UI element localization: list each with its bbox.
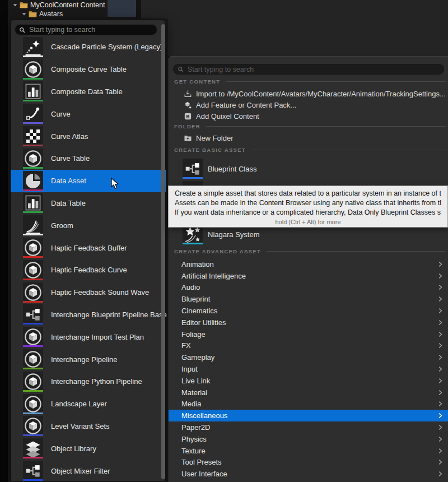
asset-type-label: Curve [51,110,71,118]
asset-type-submenu: Cascade Particle System (Legacy) Composi… [10,20,165,482]
add-asset-menu: GET CONTENT Import to /MyCoolContent/Ava… [168,56,448,482]
section-rule [267,251,446,252]
menu-item-new-folder[interactable]: New Folder [169,132,448,143]
asset-color-bar [183,243,203,244]
sphere-icon [23,149,43,169]
submenu-scrollbar[interactable] [161,24,165,479]
menu-item-blueprint-class[interactable]: Blueprint Class [169,157,448,180]
asset-type-item-interchange-python-pipeline[interactable]: Interchange Python Pipeline [11,370,166,393]
chevron-right-icon [437,424,444,430]
tree-item-avatars[interactable]: Avatars [8,10,165,18]
submenu-search-input[interactable] [26,26,153,34]
advanced-category-user-interface[interactable]: User Interface [169,468,448,480]
chevron-right-icon [437,448,444,454]
asset-type-item-groom[interactable]: Groom [11,214,166,237]
category-label: Media [181,400,437,408]
asset-color-bar [23,211,43,213]
asset-type-item-data-table[interactable]: Data Table [11,192,166,215]
section-rule [206,126,446,127]
tooltip-line: Create a simple asset that stores data r… [175,189,441,198]
chevron-right-icon [437,354,444,360]
advanced-category-gameplay[interactable]: Gameplay [169,351,448,363]
asset-icon-tile [23,349,43,369]
asset-type-item-interchange-blueprint-pipeline-base[interactable]: Interchange Blueprint Pipeline Base [11,304,166,326]
asset-color-bar [23,100,43,101]
advanced-category-miscellaneous[interactable]: Miscellaneous [169,410,448,421]
category-label: FX [181,341,437,350]
advanced-category-fx[interactable]: FX [169,340,448,352]
asset-type-item-curve[interactable]: Curve [11,103,166,125]
asset-type-item-haptic-feedback-buffer[interactable]: Haptic Feedback Buffer [11,237,166,259]
asset-type-label: Interchange Pipeline [51,355,118,364]
content-tree: MyCoolContent Content Avatars [8,1,165,18]
quixel-icon: B [183,112,193,121]
asset-icon-tile [183,159,203,179]
advanced-category-artificial-intelligence[interactable]: Artificial Intelligence [169,270,448,282]
advanced-category-editor-utilities[interactable]: Editor Utilities [169,317,448,328]
menu-item-add-feature-or-content-pack-[interactable]: Add Feature or Content Pack... [169,99,448,110]
asset-icon-tile [23,372,43,392]
advanced-category-input[interactable]: Input [169,363,448,375]
search-icon [177,66,184,73]
sphere-icon [23,282,43,303]
advanced-category-material[interactable]: Material [169,387,448,398]
menu-item-import-to-mycoolcontent-avatars-mycharac[interactable]: Import to /MyCoolContent/Avatars/MyChara… [169,88,448,99]
advanced-category-live-link[interactable]: Live Link [169,375,448,387]
caret-down-icon[interactable] [21,11,27,17]
asset-icon-tile [23,59,43,80]
asset-color-bar [23,345,43,347]
asset-type-item-cascade-particle-system-legacy-[interactable]: Cascade Particle System (Legacy) [11,36,166,58]
search-icon [18,26,26,34]
advanced-category-blueprint[interactable]: Blueprint [169,293,448,305]
asset-type-item-haptic-feedback-curve[interactable]: Haptic Feedback Curve [11,259,166,281]
asset-type-item-composite-curve-table[interactable]: Composite Curve Table [11,58,166,81]
chevron-right-icon [437,284,444,290]
asset-type-item-object-library[interactable]: Object Library [11,437,166,460]
category-label: Blueprint [181,295,437,303]
asset-type-label: Level Variant Sets [51,422,110,430]
category-label: Audio [181,283,437,291]
nodes-icon [23,304,43,325]
asset-type-label: Interchange Python Pipeline [51,377,142,386]
asset-type-item-composite-data-table[interactable]: Composite Data Table [11,81,166,103]
menu-search-box[interactable] [173,64,444,75]
advanced-category-paper2d[interactable]: Paper2D [169,421,448,433]
asset-color-bar [23,167,43,169]
advanced-category-media[interactable]: Media [169,398,448,410]
category-label: Material [181,388,437,397]
tree-item-mycoolcontent-content[interactable]: MyCoolContent Content [8,1,165,10]
advanced-category-cinematics[interactable]: Cinematics [169,305,448,317]
asset-icon-tile [23,104,43,124]
asset-type-item-data-asset[interactable]: Data Asset [11,170,166,192]
asset-type-item-haptic-feedback-sound-wave[interactable]: Haptic Feedback Sound Wave [11,281,166,304]
advanced-category-foliage[interactable]: Foliage [169,328,448,340]
advanced-category-physics[interactable]: Physics [169,433,448,445]
advanced-category-animation[interactable]: Animation [169,258,448,270]
section-create-advanced-asset: CREATE ADVANCED ASSET [174,248,446,254]
advanced-category-audio[interactable]: Audio [169,282,448,294]
asset-icon-tile [23,171,43,191]
menu-search-input[interactable] [184,66,440,73]
asset-type-item-curve-atlas[interactable]: Curve Atlas [11,125,166,147]
asset-type-item-level-variant-sets[interactable]: Level Variant Sets [11,415,166,438]
menu-item-add-quixel-content[interactable]: B Add Quixel Content [169,110,448,122]
category-label: Gameplay [181,353,437,362]
category-label: Miscellaneous [181,411,437,420]
asset-type-item-object-mixer-filter[interactable]: Object Mixer Filter [11,460,166,482]
section-rule [251,150,446,150]
category-label: Paper2D [181,423,437,432]
caret-down-icon[interactable] [12,2,18,8]
section-header-label: CREATE BASIC ASSET [174,147,246,153]
asset-type-item-landscape-layer[interactable]: Landscape Layer [11,393,166,415]
asset-type-item-curve-table[interactable]: Curve Table [11,147,166,170]
submenu-search-box[interactable] [15,24,157,35]
asset-type-item-interchange-pipeline[interactable]: Interchange Pipeline [11,348,166,370]
advanced-category-tool-presets[interactable]: Tool Presets [169,457,448,469]
advanced-category-texture[interactable]: Texture [169,445,448,457]
section-get-content: GET CONTENT [174,78,446,85]
get-content-list: Import to /MyCoolContent/Avatars/MyChara… [169,88,448,122]
category-label: Animation [181,260,437,268]
sparkle-icon [23,37,43,57]
category-label: Foliage [181,330,437,339]
asset-type-item-interchange-import-test-plan[interactable]: Interchange Import Test Plan [11,326,166,348]
